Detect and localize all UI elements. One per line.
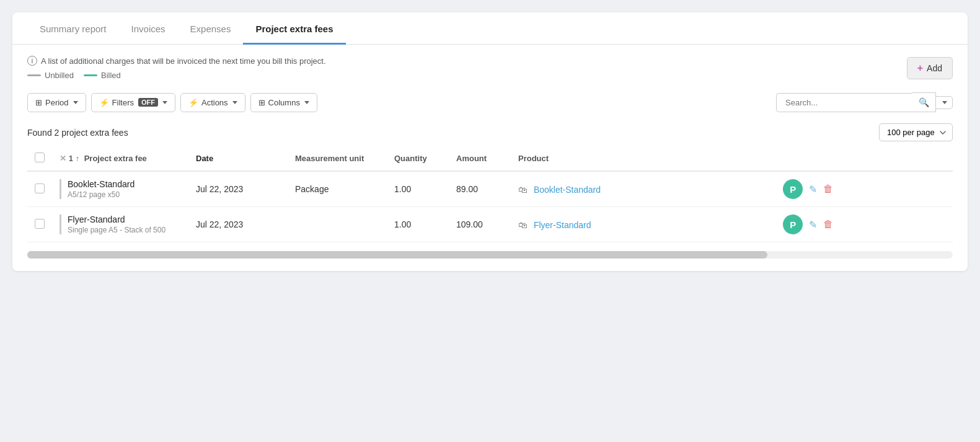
actions-icon: ⚡ — [188, 98, 198, 107]
col-quantity-label: Quantity — [394, 154, 427, 163]
tab-summary-report[interactable]: Summary report — [27, 12, 119, 45]
info-description: A list of additional charges that will b… — [41, 56, 326, 66]
table-row: Flyer-Standard Single page A5 - Stack of… — [27, 207, 953, 242]
col-quantity[interactable]: Quantity — [387, 146, 449, 171]
row-checkbox[interactable] — [35, 183, 45, 193]
row-product-cell: 🛍 Flyer-Standard — [511, 207, 775, 242]
row-measurement-cell — [288, 207, 387, 242]
col-date-label: Date — [196, 154, 213, 163]
actions-button[interactable]: ⚡ Actions — [180, 93, 245, 112]
tab-project-extra-fees[interactable]: Project extra fees — [243, 12, 345, 45]
fee-name: Booklet-Standard — [68, 179, 181, 189]
billed-label: Billed — [101, 71, 121, 80]
filters-off-badge: OFF — [138, 98, 158, 107]
fee-info: Flyer-Standard Single page A5 - Stack of… — [60, 214, 181, 234]
extra-fees-table: ✕ 1 ↑ Project extra fee Date Measure — [27, 146, 953, 242]
info-icon: i — [27, 56, 37, 66]
actions-label: Actions — [201, 98, 228, 107]
sort-indicator: ✕ 1 ↑ — [60, 154, 79, 163]
filters-button[interactable]: ⚡ Filters OFF — [91, 93, 175, 112]
per-page-select[interactable]: 100 per page — [879, 123, 953, 141]
row-quantity-cell: 1.00 — [387, 207, 449, 242]
search-icon: 🔍 — [919, 97, 929, 107]
row-checkbox-cell — [27, 207, 52, 242]
row-fee-cell: Flyer-Standard Single page A5 - Stack of… — [52, 207, 188, 242]
scrollbar-thumb — [27, 251, 767, 259]
sort-count: 1 — [69, 154, 73, 163]
search-input[interactable] — [776, 93, 912, 112]
unbilled-line — [27, 74, 41, 76]
product-link[interactable]: Booklet-Standard — [534, 185, 601, 195]
info-bar: i A list of additional charges that will… — [12, 45, 968, 86]
fee-info: Booklet-Standard A5/12 page x50 — [60, 179, 181, 199]
col-amount-label: Amount — [456, 154, 487, 163]
add-plus-icon: + — [917, 63, 923, 74]
period-label: Period — [45, 98, 69, 107]
fee-name: Flyer-Standard — [68, 214, 181, 224]
table-wrap: ✕ 1 ↑ Project extra fee Date Measure — [12, 146, 968, 242]
row-date-cell: Jul 22, 2023 — [188, 207, 288, 242]
sort-x-icon: ✕ — [60, 154, 66, 163]
col-product-label: Product — [518, 154, 549, 163]
row-checkbox-cell — [27, 171, 52, 207]
col-checkbox — [27, 146, 52, 171]
results-count: Found 2 project extra fees — [27, 128, 128, 138]
row-amount-cell: 89.00 — [449, 171, 511, 207]
info-description-row: i A list of additional charges that will… — [27, 56, 326, 66]
avatar: P — [783, 214, 803, 234]
period-chevron — [73, 101, 78, 104]
fee-sub: Single page A5 - Stack of 500 — [68, 226, 181, 234]
edit-icon[interactable]: ✎ — [809, 219, 817, 231]
info-left: i A list of additional charges that will… — [27, 56, 326, 80]
unbilled-label: Unbilled — [45, 71, 74, 80]
product-bag-icon: 🛍 — [518, 219, 528, 230]
add-label: Add — [927, 63, 942, 73]
search-dropdown-button[interactable] — [936, 96, 953, 109]
row-actions-cell: P ✎ 🗑 — [775, 171, 953, 207]
row-actions: P ✎ 🗑 — [783, 179, 945, 199]
search-area: 🔍 — [776, 92, 953, 112]
row-quantity-cell: 1.00 — [387, 171, 449, 207]
product-link[interactable]: Flyer-Standard — [534, 220, 591, 230]
col-measurement[interactable]: Measurement unit — [288, 146, 387, 171]
col-actions-empty — [775, 146, 953, 171]
col-date[interactable]: Date — [188, 146, 288, 171]
legend-unbilled: Unbilled — [27, 71, 74, 80]
search-chevron-icon — [942, 101, 947, 104]
col-amount[interactable]: Amount — [449, 146, 511, 171]
columns-label: Columns — [268, 98, 300, 107]
col-fee: ✕ 1 ↑ Project extra fee — [52, 146, 188, 171]
horizontal-scrollbar[interactable] — [27, 251, 953, 259]
columns-button[interactable]: ⊞ Columns — [250, 93, 317, 112]
legend-billed: Billed — [84, 71, 121, 80]
row-checkbox[interactable] — [35, 219, 45, 229]
row-product-cell: 🛍 Booklet-Standard — [511, 171, 775, 207]
results-row: Found 2 project extra fees 100 per page — [12, 118, 968, 146]
filter-icon: ⚡ — [99, 98, 109, 107]
row-measurement-cell: Package — [288, 171, 387, 207]
col-product[interactable]: Product — [511, 146, 775, 171]
avatar: P — [783, 179, 803, 199]
tab-expenses[interactable]: Expenses — [178, 12, 244, 45]
product-bag-icon: 🛍 — [518, 184, 528, 195]
tab-bar: Summary report Invoices Expenses Project… — [12, 12, 968, 45]
delete-icon[interactable]: 🗑 — [823, 219, 833, 230]
period-button[interactable]: ⊞ Period — [27, 93, 86, 112]
legend: Unbilled Billed — [27, 71, 326, 80]
delete-icon[interactable]: 🗑 — [823, 183, 833, 195]
fee-sub: A5/12 page x50 — [68, 190, 181, 199]
tab-invoices[interactable]: Invoices — [119, 12, 178, 45]
header-checkbox[interactable] — [35, 152, 45, 162]
toolbar: ⊞ Period ⚡ Filters OFF ⚡ Actions ⊞ Colum… — [12, 86, 968, 118]
edit-icon[interactable]: ✎ — [809, 183, 817, 195]
columns-chevron — [304, 101, 309, 104]
table-row: Booklet-Standard A5/12 page x50 Jul 22, … — [27, 171, 953, 207]
table-header-row: ✕ 1 ↑ Project extra fee Date Measure — [27, 146, 953, 171]
search-icon-button[interactable]: 🔍 — [912, 92, 936, 112]
sort-arrow-icon: ↑ — [76, 154, 79, 163]
row-actions-cell: P ✎ 🗑 — [775, 207, 953, 242]
col-fee-label[interactable]: Project extra fee — [84, 154, 147, 163]
filters-chevron — [162, 101, 167, 104]
row-date-cell: Jul 22, 2023 — [188, 171, 288, 207]
add-button[interactable]: + Add — [907, 57, 953, 79]
